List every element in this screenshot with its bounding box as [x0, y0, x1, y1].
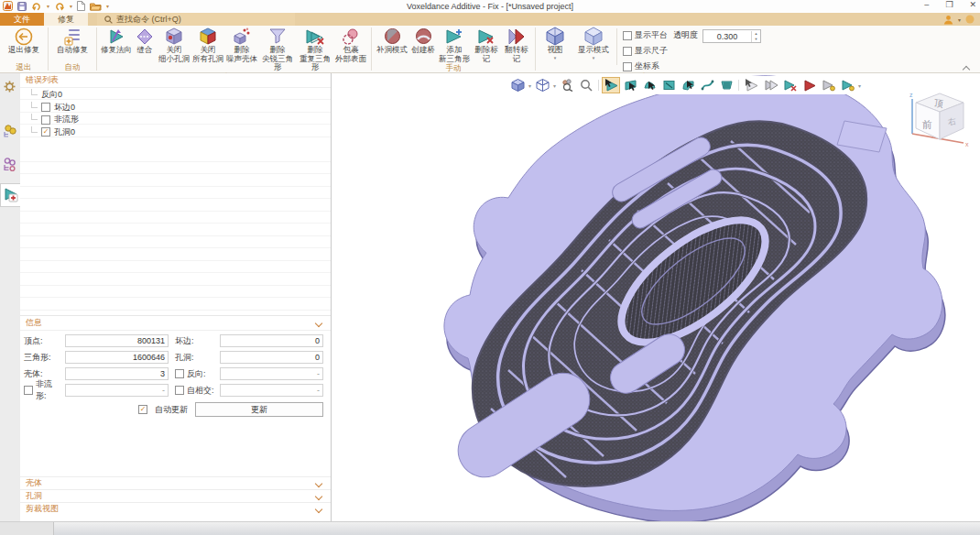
- hide-marked-button[interactable]: [819, 77, 837, 93]
- model-shoe-sole-mold[interactable]: [332, 73, 980, 522]
- select-plane-button[interactable]: [621, 77, 639, 93]
- fix-normals-icon: [107, 27, 125, 46]
- fix-normals-button[interactable]: 修复法向: [101, 27, 132, 55]
- select-brush-button[interactable]: [679, 77, 697, 93]
- checkbox[interactable]: [41, 127, 50, 136]
- ribbon-group-semiauto: 修复法向 缝合 关闭 细小孔洞 关闭 所有孔洞: [97, 26, 371, 72]
- close-button[interactable]: ✕: [969, 0, 976, 9]
- minimize-button[interactable]: –: [924, 0, 929, 9]
- select-curve-button[interactable]: [698, 77, 716, 93]
- zoom-selection-button[interactable]: [558, 77, 576, 93]
- chevron-down-icon: [315, 505, 322, 512]
- spinner-arrows[interactable]: ▲▼: [751, 31, 760, 42]
- group-inner-separator: [616, 28, 617, 65]
- group-label-auto: 自动: [65, 62, 81, 72]
- update-button[interactable]: 更新: [195, 402, 323, 417]
- show-ruler-checkbox[interactable]: 显示尺子: [623, 45, 668, 57]
- checkbox[interactable]: [623, 47, 632, 56]
- self-intersect-value: -: [220, 384, 323, 397]
- exit-repair-button[interactable]: 退出修复: [4, 27, 44, 55]
- select-triangle-button[interactable]: [602, 77, 620, 93]
- close-all-holes-button[interactable]: 关闭 所有孔洞: [191, 27, 224, 63]
- close-small-holes-button[interactable]: 关闭 细小孔洞: [158, 27, 191, 63]
- non-manifold-label: 非流形:: [24, 378, 62, 402]
- viewport-3d[interactable]: ▾ ▾: [332, 73, 980, 522]
- view-dropdown-button[interactable]: 视图 ▾: [539, 27, 571, 60]
- ribbon-collapse-button[interactable]: [964, 65, 971, 71]
- show-platform-checkbox[interactable]: 显示平台: [623, 29, 668, 41]
- mark-through-button[interactable]: [761, 77, 779, 93]
- delete-sharp-triangles-button[interactable]: 删除 尖锐三角形: [259, 27, 296, 72]
- delete-duplicate-triangles-button[interactable]: 删除 重复三角形: [297, 27, 333, 72]
- coordinate-system-checkbox[interactable]: 坐标系: [623, 60, 668, 72]
- transparency-label: 透明度: [673, 29, 698, 41]
- vertices-label: 顶点:: [24, 335, 62, 347]
- select-shell-button[interactable]: [640, 77, 659, 93]
- navigation-cube[interactable]: z x 顶 前 右: [907, 90, 973, 154]
- rail-measure-list-icon[interactable]: [0, 154, 19, 176]
- triangles-value: 1600646: [65, 351, 169, 364]
- flip-marked-triangles-button[interactable]: [800, 77, 818, 93]
- vertices-value: 800131: [65, 334, 169, 347]
- mark-triangle-button[interactable]: [742, 77, 760, 93]
- non-manifold-value: -: [65, 384, 169, 397]
- navcube-front-label: 前: [921, 119, 932, 130]
- display-mode-button[interactable]: 显示模式 ▾: [576, 27, 611, 60]
- delete-marked-triangles-button[interactable]: [780, 77, 799, 93]
- collapsed-sections: 壳体 孔洞 剪裁视图: [20, 476, 331, 522]
- auto-repair-button[interactable]: 自动修复: [52, 27, 93, 55]
- viewport-toolbar: ▾ ▾: [507, 76, 863, 94]
- tab-file[interactable]: 文件: [0, 13, 44, 26]
- error-item-non-manifold[interactable]: 非流形: [20, 114, 331, 126]
- transparency-spinner[interactable]: 0.300 ▲▼: [702, 29, 761, 43]
- maximize-button[interactable]: ❒: [945, 0, 953, 9]
- flip-marks-button[interactable]: 翻转标记: [502, 27, 531, 63]
- info-section-header[interactable]: 信息: [20, 316, 331, 331]
- section-clipping-view[interactable]: 剪裁视图: [20, 502, 331, 515]
- wrap-outer-surface-button[interactable]: 包裹 外部表面: [334, 27, 367, 63]
- auto-repair-icon: [63, 27, 82, 46]
- display-mode-caret-vp[interactable]: ▾: [553, 82, 556, 89]
- navcube-top-label: 顶: [933, 98, 943, 109]
- select-lasso-button[interactable]: [717, 77, 735, 93]
- stitch-button[interactable]: 缝合: [133, 27, 157, 55]
- hole-fill-mode-button[interactable]: 补洞模式: [376, 27, 408, 55]
- close-small-holes-icon: [165, 27, 183, 46]
- show-marked-button[interactable]: [838, 77, 856, 93]
- checkbox[interactable]: [175, 369, 184, 378]
- error-item-bad-edges[interactable]: 坏边0: [20, 102, 331, 115]
- view-cube-caret[interactable]: ▾: [528, 82, 531, 89]
- checkbox[interactable]: [623, 62, 632, 71]
- view-cube-button[interactable]: [508, 77, 527, 93]
- exit-repair-icon: [15, 27, 33, 46]
- zoom-button[interactable]: [577, 77, 595, 93]
- create-bridge-button[interactable]: 创建桥: [409, 27, 437, 55]
- checkbox[interactable]: [41, 115, 50, 125]
- checkbox[interactable]: [41, 103, 50, 112]
- checkbox[interactable]: [623, 31, 632, 40]
- tab-repair[interactable]: 修复: [44, 13, 88, 26]
- delete-marks-button[interactable]: 删除标记: [472, 27, 501, 63]
- rail-repair-panel-icon[interactable]: [0, 183, 21, 207]
- command-search[interactable]: 查找命令 (Ctrl+Q): [97, 13, 295, 26]
- delete-noise-shells-button[interactable]: 删除 噪声壳体: [225, 27, 258, 63]
- checkbox[interactable]: [24, 386, 33, 395]
- help-icon[interactable]: [965, 15, 975, 24]
- hole-fill-mode-icon: [384, 27, 401, 46]
- rail-settings-gear-icon[interactable]: [0, 75, 19, 97]
- user-dropdown-caret[interactable]: ▾: [958, 16, 961, 23]
- section-holes[interactable]: 孔洞: [20, 489, 331, 502]
- toolbar-overflow-caret[interactable]: ▾: [858, 82, 861, 89]
- add-new-triangle-button[interactable]: 添加 新三角形: [438, 27, 471, 63]
- select-rect-button[interactable]: [659, 77, 678, 93]
- chevron-down-icon: [315, 492, 322, 499]
- display-mode-button-vp[interactable]: [533, 77, 551, 93]
- error-item-inverted[interactable]: 反向0: [20, 89, 331, 102]
- auto-update-checkbox[interactable]: [138, 405, 147, 414]
- window-title: Voxeldance Additive - Fix - [*Unsaved pr…: [0, 2, 980, 11]
- error-item-holes[interactable]: 孔洞0: [20, 126, 331, 139]
- user-account-icon[interactable]: [943, 15, 953, 25]
- checkbox[interactable]: [175, 386, 184, 395]
- section-shells[interactable]: 壳体: [20, 476, 331, 489]
- rail-shell-list-icon[interactable]: [0, 121, 19, 143]
